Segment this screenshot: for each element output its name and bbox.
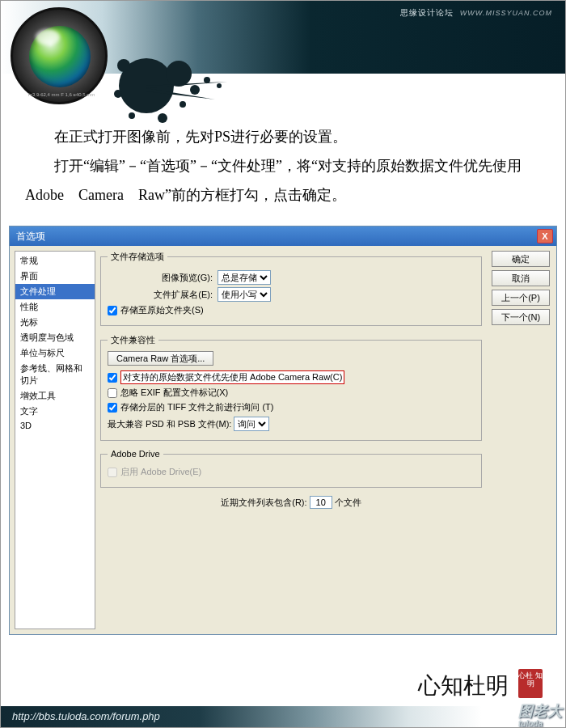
footer-logo-en: tuloda	[518, 722, 562, 726]
svg-point-3	[190, 85, 200, 95]
dialog-titlebar[interactable]: 首选项 X	[10, 226, 556, 246]
max-psd-select[interactable]: 询问	[234, 417, 269, 431]
category-sidebar: 常规 界面 文件处理 性能 光标 透明度与色域 单位与标尺 参考线、网格和切片 …	[15, 251, 95, 629]
article-p1: 在正式打开图像前，先对PS进行必要的设置。	[25, 122, 541, 151]
camera-lens-graphic: f=3,9-62,4 mm F 1,6 e40,5 mm	[11, 7, 116, 112]
sidebar-item-interface[interactable]: 界面	[15, 269, 95, 284]
header-site-label: 思缘设计论坛 WWW.MISSYUAN.COM	[400, 7, 552, 19]
signature-calligraphy: 心知杜明	[418, 671, 509, 701]
ask-tiff-label: 存储分层的 TIFF 文件之前进行询问 (T)	[120, 401, 273, 413]
camera-raw-prefs-button[interactable]: Camera Raw 首选项...	[108, 351, 213, 366]
settings-main-panel: 确定 取消 上一个(P) 下一个(N) 文件存储选项 图像预览(G): 总是存储…	[100, 246, 556, 634]
save-to-original-label: 存储至原始文件夹(S)	[120, 304, 204, 316]
svg-point-9	[180, 101, 186, 108]
dialog-button-column: 确定 取消 上一个(P) 下一个(N)	[492, 251, 550, 328]
next-button[interactable]: 下一个(N)	[492, 309, 550, 325]
prefer-acr-checkbox[interactable]	[108, 373, 117, 383]
file-ext-select[interactable]: 使用小写	[218, 287, 271, 302]
recent-files-count-input[interactable]	[310, 496, 332, 509]
svg-point-1	[166, 61, 192, 87]
footer-url: http://bbs.tuloda.com/forum.php	[12, 710, 160, 722]
enable-drive-checkbox	[108, 468, 117, 477]
file-compat-group: 文件兼容性 Camera Raw 首选项... 对支持的原始数据文件优先使用 A…	[100, 334, 482, 441]
sidebar-item-file-handling[interactable]: 文件处理	[15, 284, 95, 299]
page-root: 思缘设计论坛 WWW.MISSYUAN.COM f=3,9-62,4 mm F …	[0, 0, 566, 728]
adobe-drive-legend: Adobe Drive	[108, 449, 163, 459]
svg-point-6	[129, 112, 135, 119]
svg-point-2	[117, 59, 130, 72]
recent-files-label-b: 个文件	[335, 497, 361, 509]
recent-files-label-a: 近期文件列表包含(R):	[221, 497, 306, 509]
file-compat-legend: 文件兼容性	[108, 334, 158, 346]
footer-bar: http://bbs.tuloda.com/forum.php 图老大 tulo…	[1, 706, 566, 727]
lens-highlight	[36, 29, 60, 45]
max-psd-label: 最大兼容 PSD 和 PSB 文件(M):	[108, 418, 231, 430]
svg-point-4	[204, 77, 210, 83]
file-save-legend: 文件存储选项	[108, 251, 167, 263]
sidebar-item-3d[interactable]: 3D	[15, 419, 95, 432]
svg-point-7	[217, 83, 222, 88]
close-button[interactable]: X	[537, 229, 553, 243]
ask-tiff-checkbox[interactable]	[108, 403, 117, 413]
sidebar-item-transparency[interactable]: 透明度与色域	[15, 330, 95, 345]
file-ext-label: 文件扩展名(E):	[108, 289, 213, 301]
article-p2: 打开“编辑”－“首选项”－“文件处理”，将“对支持的原始数据文件优先使用Adob…	[25, 151, 541, 210]
prev-button[interactable]: 上一个(P)	[492, 290, 550, 306]
sidebar-item-general[interactable]: 常规	[15, 253, 95, 269]
sidebar-item-performance[interactable]: 性能	[15, 299, 95, 315]
adobe-drive-group: Adobe Drive 启用 Adobe Drive(E)	[100, 449, 482, 488]
red-seal-stamp: 心杜 知明	[518, 669, 543, 698]
ok-button[interactable]: 确定	[492, 251, 550, 267]
ink-splat-decoration	[106, 41, 235, 138]
prefer-acr-label: 对支持的原始数据文件优先使用 Adobe Camera Raw(C)	[120, 370, 344, 384]
preferences-dialog: 首选项 X 常规 界面 文件处理 性能 光标 透明度与色域 单位与标尺 参考线、…	[9, 226, 557, 635]
sidebar-item-units[interactable]: 单位与标尺	[15, 345, 95, 361]
sidebar-item-plugins[interactable]: 增效工具	[15, 388, 95, 404]
footer-logo-zh: 图老大	[518, 703, 562, 719]
lens-ring-text: f=3,9-62,4 mm F 1,6 e40,5 mm	[13, 92, 110, 97]
site-name: 思缘设计论坛	[400, 8, 454, 17]
lens-ring: f=3,9-62,4 mm F 1,6 e40,5 mm	[11, 7, 108, 104]
enable-drive-label: 启用 Adobe Drive(E)	[120, 466, 201, 478]
svg-point-5	[158, 113, 167, 123]
sidebar-item-cursors[interactable]: 光标	[15, 315, 95, 330]
image-preview-label: 图像预览(G):	[108, 272, 213, 284]
cancel-button[interactable]: 取消	[492, 270, 550, 286]
site-url: WWW.MISSYUAN.COM	[460, 9, 552, 17]
save-to-original-checkbox[interactable]	[108, 306, 117, 315]
image-preview-select[interactable]: 总是存储	[218, 270, 271, 285]
dialog-body: 常规 界面 文件处理 性能 光标 透明度与色域 单位与标尺 参考线、网格和切片 …	[10, 246, 556, 634]
dialog-title: 首选项	[13, 230, 45, 243]
footer-logo: 图老大 tuloda	[518, 700, 562, 726]
sidebar-item-guides[interactable]: 参考线、网格和切片	[15, 361, 95, 388]
ignore-exif-label: 忽略 EXIF 配置文件标记(X)	[120, 387, 228, 399]
file-save-options-group: 文件存储选项 图像预览(G): 总是存储 文件扩展名(E): 使用小写 存储至原…	[100, 251, 482, 326]
ignore-exif-checkbox[interactable]	[108, 388, 117, 398]
sidebar-item-type[interactable]: 文字	[15, 404, 95, 419]
